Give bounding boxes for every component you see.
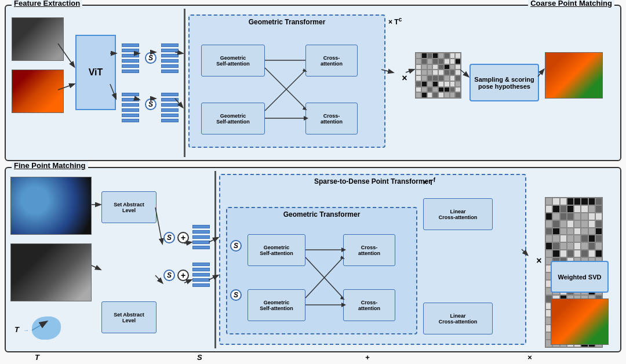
repeat-label-bottom: × Tf	[423, 177, 435, 187]
feature-col-top	[122, 43, 139, 73]
feature-col-bottom-bottom	[192, 263, 210, 287]
result-image-bottom	[551, 299, 609, 345]
bottom-label-times: ×	[527, 353, 532, 362]
feature-line	[161, 64, 179, 68]
feature-line	[122, 64, 139, 68]
t-label-bottom: T →	[14, 325, 29, 334]
divider-vertical-bottom	[214, 171, 216, 348]
box-image-top	[12, 70, 64, 113]
sparse-dense-transformer: Sparse-to-Dense Point Transformer Linear…	[219, 174, 526, 345]
feature-line	[161, 108, 179, 112]
s-label-bottom: S	[145, 99, 156, 110]
feature-line	[161, 59, 179, 63]
feature-extraction-title: Feature Extraction	[12, 0, 82, 8]
feature-line	[161, 119, 179, 122]
feature-line	[192, 273, 210, 276]
sampling-scoring-box: Sampling & scoring pose hypotheses	[470, 64, 539, 101]
svg-marker-14	[340, 256, 345, 259]
feature-line	[192, 278, 210, 282]
repeat-label-top: × Tc	[388, 16, 402, 26]
top-section: Feature Extraction Coarse Point Matching…	[5, 5, 621, 161]
feature-line	[192, 268, 210, 271]
feature-line	[192, 241, 210, 244]
t-blob	[32, 316, 61, 340]
feature-line	[192, 225, 210, 228]
svg-line-3	[265, 68, 305, 108]
bottom-label-t: T	[35, 353, 39, 362]
feature-line	[192, 283, 210, 287]
t-label-text: T	[14, 325, 19, 334]
main-container: Feature Extraction Coarse Point Matching…	[0, 0, 626, 364]
multiply-symbol-bottom: ×	[533, 255, 545, 267]
feature-line	[122, 70, 139, 73]
feature-col-after-s-top	[161, 43, 179, 73]
inner-geo-transformer-bottom: Geometric Transformer S Geometric Self-a…	[226, 207, 417, 334]
geo-transformer-arrows-svg	[190, 16, 387, 149]
depth-image	[10, 243, 92, 301]
coarse-point-matching-title: Coarse Point Matching	[528, 0, 614, 8]
feature-line	[161, 70, 179, 73]
feature-line	[122, 93, 139, 96]
feature-line	[122, 108, 139, 112]
set-abstract-top: Set Abstract Level	[101, 191, 156, 223]
vit-box: ViT	[75, 35, 116, 110]
plus-symbol-bottom: +	[177, 270, 189, 281]
feature-line	[192, 235, 210, 239]
result-image-top	[545, 52, 603, 99]
svg-marker-4	[303, 107, 307, 110]
plus-symbol-top: +	[177, 232, 189, 243]
multiply-symbol-top: ×	[399, 72, 410, 84]
feature-line	[161, 98, 179, 101]
weighted-svd-box: Weighted SVD	[551, 261, 609, 293]
feature-line	[161, 49, 179, 52]
s-label-top: S	[145, 52, 156, 64]
bottom-label-s: S	[197, 353, 202, 362]
linear-cross-top: Linear Cross-attention	[423, 198, 493, 230]
linear-cross-bottom: Linear Cross-attention	[423, 303, 493, 334]
feature-line	[122, 49, 139, 52]
drill-point-image	[10, 177, 92, 235]
svg-line-5	[265, 70, 305, 111]
feature-line	[122, 103, 139, 107]
feature-line	[122, 59, 139, 63]
grid-matrix-top	[415, 52, 461, 99]
feature-line	[122, 54, 139, 57]
feature-line	[192, 230, 210, 234]
feature-line	[122, 98, 139, 101]
feature-col-after-s-bottom	[161, 93, 179, 122]
feature-line	[161, 93, 179, 96]
feature-col-bottom-top	[192, 225, 210, 249]
set-abstract-bottom: Set Abstract Level	[101, 301, 156, 333]
feature-line	[122, 114, 139, 117]
feature-line	[161, 54, 179, 57]
t-arrow: →	[23, 327, 29, 333]
svg-marker-8	[341, 247, 346, 252]
svg-marker-6	[303, 68, 307, 72]
geo-transformer-top: Geometric Transformer Geometric Self-att…	[188, 14, 385, 148]
vit-label: ViT	[89, 67, 103, 78]
inner-geo-arrows-svg	[227, 208, 418, 336]
feature-line	[122, 43, 139, 47]
fine-point-matching-title: Fine Point Matching	[12, 161, 88, 170]
feature-line	[122, 119, 139, 122]
feature-line	[192, 246, 210, 249]
svg-marker-2	[304, 116, 308, 121]
divider-vertical	[184, 9, 185, 157]
feature-line	[161, 103, 179, 107]
svg-marker-10	[341, 303, 346, 307]
feature-line	[161, 43, 179, 47]
s-label-bottom-top: S	[163, 232, 175, 243]
drill-image-top	[12, 17, 64, 61]
feature-line	[192, 263, 210, 266]
bottom-section: Fine Point Matching T → Set Abstract Lev…	[5, 167, 621, 352]
bottom-label-plus: +	[365, 353, 370, 362]
feature-line	[161, 114, 179, 117]
s-label-bottom-bottom: S	[163, 270, 175, 281]
feature-col-bottom	[122, 93, 139, 122]
sparse-dense-title: Sparse-to-Dense Point Transformer	[220, 175, 525, 187]
